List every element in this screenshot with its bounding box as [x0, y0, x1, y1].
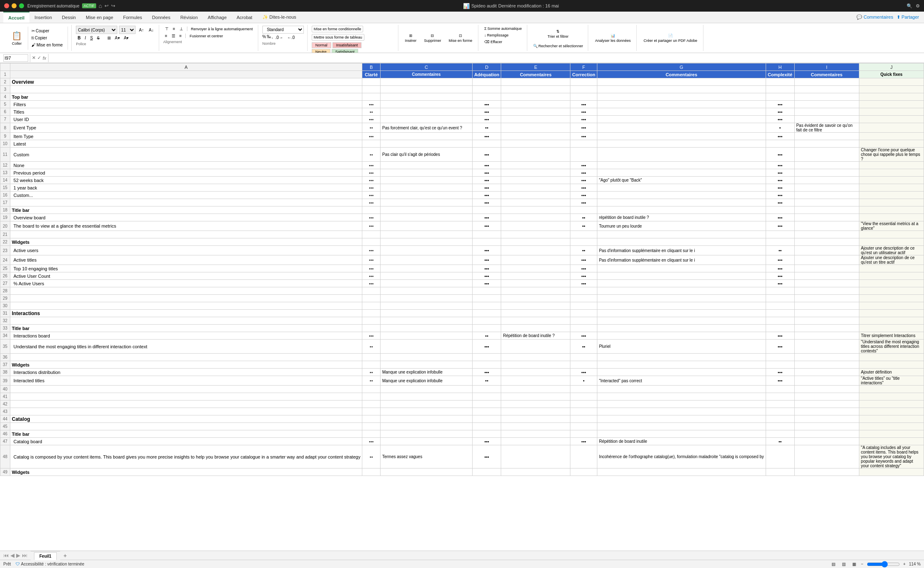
cell-g[interactable] — [597, 287, 766, 295]
cell-b[interactable] — [362, 317, 381, 325]
cell-i[interactable] — [794, 332, 859, 340]
cell-g[interactable] — [597, 133, 766, 140]
cell-i[interactable] — [794, 317, 859, 325]
cell-h[interactable] — [766, 78, 794, 86]
cell-f[interactable] — [570, 361, 597, 369]
cell-d[interactable]: ••• — [472, 133, 501, 140]
minimize-btn[interactable] — [12, 3, 17, 8]
maximize-btn[interactable] — [19, 3, 24, 8]
cell-c[interactable] — [380, 393, 472, 401]
auto-sum-button[interactable]: Σ Somme automatique — [483, 26, 524, 32]
cell-h[interactable] — [766, 468, 794, 476]
cell-f[interactable]: ••• — [570, 280, 597, 287]
cell-g[interactable] — [597, 408, 766, 415]
cell-c[interactable] — [380, 231, 472, 238]
merge-center-button[interactable]: Fusionner et centrer — [188, 33, 225, 39]
cell-c[interactable]: Pas forcément clair, qu'est ce qu'un eve… — [380, 123, 472, 133]
cell-e[interactable] — [501, 140, 570, 148]
cell-c[interactable] — [380, 468, 472, 476]
cell-a[interactable]: Top 10 engaging titles — [10, 265, 362, 272]
cell-j[interactable] — [859, 310, 924, 317]
cell-d[interactable] — [472, 231, 501, 238]
search-icon[interactable]: 🔍 — [907, 3, 912, 9]
cell-a[interactable] — [10, 401, 362, 408]
cell-d[interactable] — [472, 317, 501, 325]
cell-h[interactable]: ••• — [766, 192, 794, 199]
cell-c[interactable] — [380, 340, 472, 354]
cell-d[interactable]: ••• — [472, 246, 501, 255]
cell-a[interactable]: Title bar — [10, 325, 362, 332]
cell-c[interactable] — [380, 332, 472, 340]
cell-e[interactable] — [501, 369, 570, 376]
cell-d[interactable] — [472, 93, 501, 101]
cell-b[interactable] — [362, 430, 381, 438]
cell-a[interactable]: Widgets — [10, 468, 362, 476]
cell-f[interactable]: ••• — [570, 184, 597, 192]
cell-i[interactable] — [794, 206, 859, 214]
cell-c[interactable] — [380, 199, 472, 206]
cell-c[interactable] — [380, 238, 472, 246]
cell-f[interactable]: ••• — [570, 272, 597, 280]
find-select-button[interactable]: 🔍 Rechercher et sélectionner — [531, 43, 585, 49]
cell-j[interactable] — [859, 214, 924, 221]
cell-j[interactable] — [859, 206, 924, 214]
strikethrough-button[interactable]: S̶ — [95, 35, 101, 41]
cell-d[interactable]: ••• — [472, 101, 501, 108]
cell-a[interactable]: Item Type — [10, 133, 362, 140]
cell-e[interactable] — [501, 265, 570, 272]
cell-i[interactable] — [794, 302, 859, 310]
cell-d[interactable] — [472, 393, 501, 401]
cell-i[interactable] — [794, 354, 859, 361]
cell-g[interactable] — [597, 116, 766, 123]
cell-h[interactable] — [766, 231, 794, 238]
cell-d[interactable] — [472, 302, 501, 310]
settings-icon[interactable]: ⚙ — [916, 3, 920, 9]
cell-i[interactable] — [794, 184, 859, 192]
cf-satisfaisant-btn[interactable]: Satisfaisant — [332, 49, 359, 53]
cell-a[interactable] — [10, 302, 362, 310]
cell-c[interactable] — [380, 302, 472, 310]
align-top-button[interactable]: ⊤ — [163, 26, 170, 32]
cell-c[interactable]: Manque une explication infobulle — [380, 376, 472, 386]
cell-e[interactable] — [501, 376, 570, 386]
cell-c[interactable] — [380, 310, 472, 317]
cell-h[interactable] — [766, 415, 794, 423]
formula-input[interactable] — [50, 56, 921, 61]
cell-j[interactable] — [859, 265, 924, 272]
cancel-formula-icon[interactable]: ✕ — [32, 55, 36, 61]
cell-i[interactable] — [794, 287, 859, 295]
cell-c[interactable] — [380, 280, 472, 287]
cell-g[interactable] — [597, 199, 766, 206]
cell-g[interactable] — [597, 231, 766, 238]
cell-e[interactable] — [501, 177, 570, 184]
cell-h[interactable]: ••• — [766, 214, 794, 221]
cell-g[interactable] — [597, 123, 766, 133]
analyze-data-button[interactable]: 📊Analyser les données — [592, 28, 633, 49]
cell-h[interactable]: ••• — [766, 255, 794, 265]
cell-b[interactable] — [362, 140, 381, 148]
cell-c[interactable] — [380, 354, 472, 361]
cf-normal-btn[interactable]: Normal — [312, 42, 331, 48]
cell-g[interactable] — [597, 101, 766, 108]
cell-b[interactable]: ••• — [362, 101, 381, 108]
cell-i[interactable] — [794, 401, 859, 408]
cell-c[interactable] — [380, 325, 472, 332]
fill-color-button[interactable]: A▾ — [113, 35, 121, 41]
cell-a[interactable] — [10, 317, 362, 325]
cell-f[interactable] — [570, 295, 597, 302]
cell-b[interactable]: ••• — [362, 438, 381, 445]
cell-g[interactable]: "Ago" plutôt que "Back" — [597, 177, 766, 184]
tab-acrobat[interactable]: Acrobat — [232, 12, 257, 23]
cell-i[interactable] — [794, 438, 859, 445]
cell-f[interactable] — [570, 206, 597, 214]
cell-j[interactable] — [859, 272, 924, 280]
cell-a[interactable] — [10, 71, 362, 78]
cell-j[interactable] — [859, 108, 924, 116]
cell-a[interactable]: The board to view at a glance the essent… — [10, 221, 362, 231]
cell-j[interactable] — [859, 415, 924, 423]
cell-a[interactable] — [10, 408, 362, 415]
cell-g[interactable] — [597, 184, 766, 192]
cell-e[interactable] — [501, 255, 570, 265]
cell-c[interactable] — [380, 408, 472, 415]
cell-f[interactable]: ••• — [570, 438, 597, 445]
